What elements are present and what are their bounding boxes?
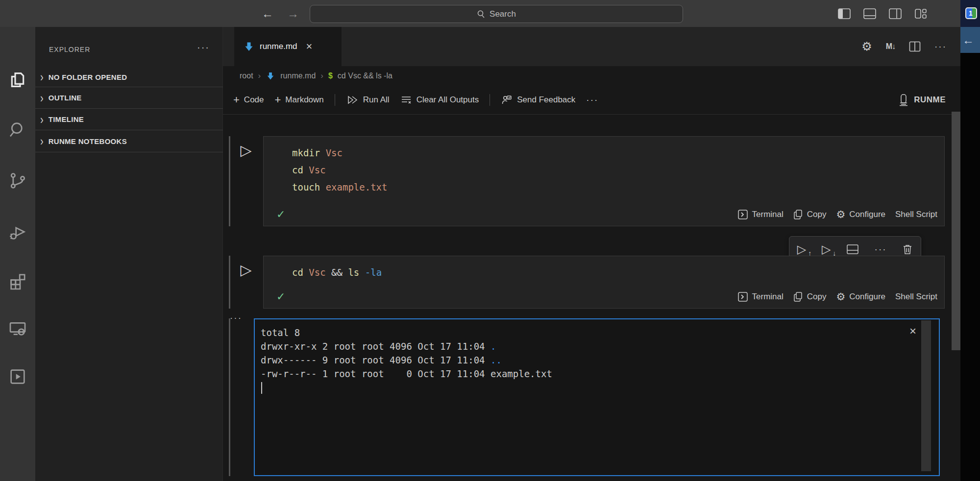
- notebook-toolbar: + Code + Markdown Run All Clear All Outp…: [223, 86, 960, 115]
- open-terminal-button[interactable]: Terminal: [737, 209, 784, 220]
- plus-icon: +: [233, 95, 240, 105]
- gear-icon: ⚙: [836, 291, 845, 303]
- open-terminal-button[interactable]: Terminal: [737, 291, 784, 302]
- extensions-icon[interactable]: [7, 271, 28, 292]
- background-window-sliver: 1 ←: [960, 0, 980, 481]
- cell-code[interactable]: mkdir Vsccd Vsctouch example.txt: [292, 144, 387, 196]
- runme-file-icon: [266, 71, 275, 81]
- copy-button[interactable]: Copy: [793, 209, 827, 220]
- toggle-secondary-sidebar-button[interactable]: [889, 8, 902, 19]
- chevron-right-icon: ›: [40, 135, 44, 147]
- history-back-button[interactable]: ←: [262, 0, 273, 27]
- runme-logo-icon: [898, 94, 909, 106]
- output-scrollbar[interactable]: [921, 320, 931, 471]
- sidebar-more-actions-button[interactable]: ···: [197, 42, 210, 53]
- remote-explorer-icon[interactable]: [7, 318, 28, 339]
- clear-all-outputs-icon: [400, 95, 412, 105]
- breadcrumb-file[interactable]: runme.md: [280, 72, 316, 80]
- breadcrumb-prompt-symbol: $: [328, 72, 333, 80]
- copy-icon: [793, 291, 803, 302]
- cell-more-actions-button[interactable]: ···: [875, 244, 887, 255]
- cell-language-label[interactable]: Shell Script: [895, 292, 937, 302]
- cell-focus-indicator[interactable]: [229, 136, 230, 226]
- editor-scrollbar-thumb[interactable]: [952, 112, 960, 350]
- chevron-right-icon: ›: [40, 92, 44, 104]
- forward-icon: →: [287, 7, 299, 21]
- run-cell-button[interactable]: ▷: [238, 142, 254, 159]
- breadcrumb-root[interactable]: root: [240, 72, 253, 80]
- search-icon[interactable]: [7, 119, 28, 141]
- configure-button[interactable]: ⚙ Configure: [836, 291, 885, 303]
- toggle-primary-sidebar-button[interactable]: [838, 8, 851, 19]
- success-check-icon: ✓: [276, 290, 285, 303]
- output-options-button[interactable]: ···: [230, 313, 242, 323]
- runme-file-icon: [243, 41, 255, 52]
- background-window-titlebar: 1: [960, 0, 980, 27]
- editor-tab-strip: runme.md × ⚙ M↓ ···: [223, 27, 960, 66]
- breadcrumb: root › runme.md › $ cd Vsc && ls -la: [223, 66, 960, 86]
- code-cell-1[interactable]: mkdir Vsccd Vsctouch example.txt ✓ Termi…: [263, 136, 945, 226]
- notebook-canvas: ▷ mkdir Vsccd Vsctouch example.txt ✓ Ter…: [223, 115, 960, 481]
- back-icon: ←: [962, 33, 974, 47]
- code-cell-2[interactable]: cd Vsc && ls -la ✓ Terminal Copy ⚙ Confi…: [263, 256, 945, 309]
- toolbar-more-actions-button[interactable]: ···: [586, 95, 598, 105]
- clear-all-outputs-button[interactable]: Clear All Outputs: [400, 95, 479, 105]
- add-code-cell-button[interactable]: + Code: [233, 95, 264, 105]
- tab-runme-md[interactable]: runme.md ×: [234, 27, 342, 66]
- search-icon: [477, 10, 486, 19]
- runme-badge[interactable]: RUNME: [898, 94, 946, 106]
- output-focus-indicator: [229, 318, 230, 476]
- source-control-icon[interactable]: [7, 170, 28, 192]
- more-editor-actions-button[interactable]: ···: [934, 41, 947, 52]
- sidebar-header: EXPLORER ···: [35, 27, 222, 66]
- breadcrumb-cell-command[interactable]: cd Vsc && ls -la: [338, 72, 392, 80]
- layout-controls: [838, 0, 927, 27]
- notebook-settings-icon[interactable]: ⚙: [861, 40, 872, 53]
- split-cell-button[interactable]: [846, 244, 859, 255]
- close-output-icon[interactable]: ×: [909, 325, 916, 337]
- gear-icon: ⚙: [836, 209, 845, 220]
- sidebar-section-no-folder-opened[interactable]: › NO FOLDER OPENED: [35, 66, 223, 88]
- explorer-icon[interactable]: [7, 69, 28, 91]
- activity-bar: [0, 27, 35, 481]
- plus-icon: +: [275, 95, 281, 105]
- runme-panel-icon[interactable]: [7, 366, 28, 387]
- toggle-panel-button[interactable]: [863, 8, 876, 19]
- copy-icon: [793, 209, 803, 220]
- explorer-sidebar: EXPLORER ··· › NO FOLDER OPENED › OUTLIN…: [35, 27, 223, 481]
- titlebar: ← → Search: [0, 0, 960, 27]
- sidebar-section-runme-notebooks[interactable]: › RUNME NOTEBOOKS: [35, 130, 223, 152]
- sidebar-section-timeline[interactable]: › TIMELINE: [35, 108, 223, 130]
- tab-label: runme.md: [260, 42, 297, 51]
- configure-button[interactable]: ⚙ Configure: [836, 209, 885, 220]
- run-all-button[interactable]: Run All: [346, 94, 390, 106]
- history-forward-button[interactable]: →: [287, 0, 299, 27]
- cell-focus-indicator[interactable]: [229, 256, 230, 309]
- tab-close-icon[interactable]: ×: [306, 40, 313, 53]
- execute-above-button[interactable]: ▷↑: [797, 243, 806, 255]
- search-placeholder: Search: [490, 9, 516, 19]
- command-center-search[interactable]: Search: [310, 5, 683, 23]
- chevron-right-icon: ›: [40, 113, 44, 125]
- send-feedback-button[interactable]: Send Feedback: [501, 94, 575, 106]
- cell-output-terminal[interactable]: × total 8drwxr-xr-x 2 root root 4096 Oct…: [254, 318, 940, 476]
- split-editor-icon[interactable]: [909, 41, 921, 52]
- delete-cell-icon[interactable]: [902, 243, 913, 255]
- terminal-icon: [737, 209, 748, 220]
- back-icon: ←: [262, 7, 273, 21]
- run-cell-button[interactable]: ▷: [238, 262, 254, 278]
- chevron-right-icon: ›: [40, 71, 44, 83]
- editor-actions: ⚙ M↓ ···: [861, 27, 947, 66]
- terminal-output-text: total 8drwxr-xr-x 2 root root 4096 Oct 1…: [261, 326, 552, 381]
- open-markdown-preview-button[interactable]: M↓: [886, 42, 895, 51]
- cell-code[interactable]: cd Vsc && ls -la: [292, 264, 382, 281]
- customize-layout-button[interactable]: [914, 8, 927, 19]
- add-markdown-cell-button[interactable]: + Markdown: [275, 95, 324, 105]
- execute-below-button[interactable]: ▷↓: [822, 243, 831, 255]
- run-and-debug-icon[interactable]: [7, 222, 28, 243]
- sidebar-section-outline[interactable]: › OUTLINE: [35, 87, 223, 108]
- feedback-person-icon: [501, 94, 513, 106]
- copy-button[interactable]: Copy: [793, 291, 827, 302]
- background-window-back-row: ←: [960, 27, 980, 53]
- cell-language-label[interactable]: Shell Script: [895, 210, 937, 219]
